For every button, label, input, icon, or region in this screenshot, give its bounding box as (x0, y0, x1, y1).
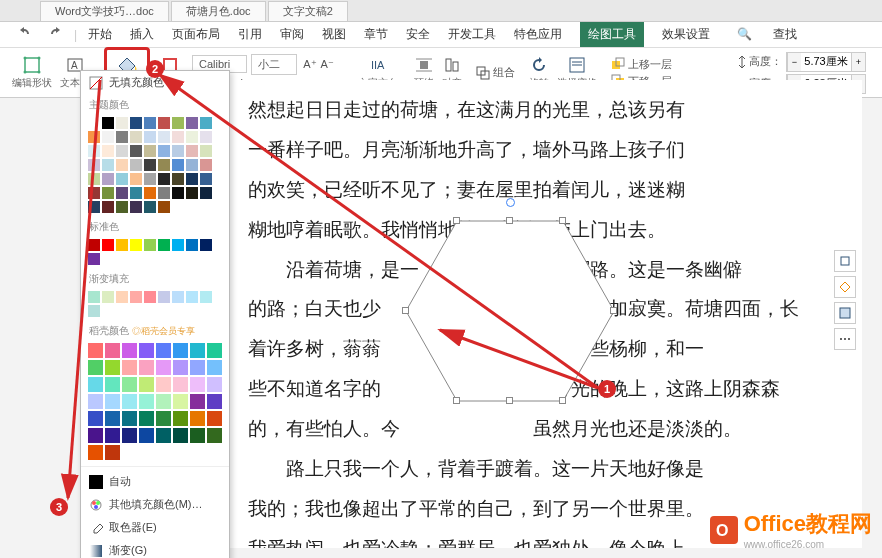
color-swatch[interactable] (173, 411, 188, 426)
auto-color-item[interactable]: 自动 (81, 470, 229, 493)
color-swatch[interactable] (116, 131, 128, 143)
doc-para[interactable]: 路上只我一个人，背着手踱着。这一片天地好像是 (248, 449, 844, 489)
color-swatch[interactable] (144, 291, 156, 303)
document-canvas[interactable]: 然想起日日走过的荷塘，在这满月的光里，总该另有 一番样子吧。月亮渐渐地升高了，墙… (230, 80, 862, 548)
layout-more-button[interactable]: ⋯ (834, 328, 856, 350)
color-swatch[interactable] (190, 411, 205, 426)
color-swatch[interactable] (88, 159, 100, 171)
color-swatch[interactable] (88, 173, 100, 185)
color-swatch[interactable] (122, 360, 137, 375)
color-swatch[interactable] (186, 187, 198, 199)
color-swatch[interactable] (102, 173, 114, 185)
color-swatch[interactable] (88, 239, 100, 251)
color-swatch[interactable] (200, 173, 212, 185)
ribbon-tab-view[interactable]: 视图 (322, 26, 346, 43)
color-swatch[interactable] (102, 187, 114, 199)
color-swatch[interactable] (144, 239, 156, 251)
hexagon-shape[interactable] (405, 220, 615, 402)
color-swatch[interactable] (156, 343, 171, 358)
color-swatch[interactable] (116, 201, 128, 213)
color-swatch[interactable] (158, 239, 170, 251)
color-swatch[interactable] (156, 411, 171, 426)
color-swatch[interactable] (122, 343, 137, 358)
color-swatch[interactable] (88, 445, 103, 460)
color-swatch[interactable] (200, 239, 212, 251)
resize-handle[interactable] (506, 397, 513, 404)
color-swatch[interactable] (172, 117, 184, 129)
height-plus[interactable]: + (851, 53, 865, 71)
resize-handle[interactable] (610, 307, 617, 314)
color-swatch[interactable] (144, 159, 156, 171)
color-swatch[interactable] (88, 305, 100, 317)
ribbon-tab-security[interactable]: 安全 (406, 26, 430, 43)
color-swatch[interactable] (88, 187, 100, 199)
doc-para[interactable]: 的欢笑，已经听不见了；妻在屋里拍着闰儿，迷迷糊 (248, 170, 844, 210)
color-swatch[interactable] (200, 291, 212, 303)
color-swatch[interactable] (139, 411, 154, 426)
height-minus[interactable]: − (787, 53, 801, 71)
color-swatch[interactable] (105, 377, 120, 392)
color-swatch[interactable] (130, 201, 142, 213)
color-swatch[interactable] (158, 131, 170, 143)
ribbon-tab-dev[interactable]: 开发工具 (448, 26, 496, 43)
color-swatch[interactable] (105, 428, 120, 443)
ribbon-tab-layout[interactable]: 页面布局 (172, 26, 220, 43)
color-swatch[interactable] (172, 173, 184, 185)
color-swatch[interactable] (158, 187, 170, 199)
rotate-handle[interactable] (506, 198, 515, 207)
color-swatch[interactable] (116, 117, 128, 129)
resize-handle[interactable] (559, 397, 566, 404)
ribbon-tab-sections[interactable]: 章节 (364, 26, 388, 43)
color-swatch[interactable] (116, 173, 128, 185)
color-swatch[interactable] (122, 394, 137, 409)
color-swatch[interactable] (172, 187, 184, 199)
color-swatch[interactable] (207, 343, 222, 358)
color-swatch[interactable] (88, 131, 100, 143)
color-swatch[interactable] (207, 360, 222, 375)
ribbon-tab-review[interactable]: 审阅 (280, 26, 304, 43)
undo-icon[interactable] (17, 26, 31, 43)
ribbon-tab-home[interactable]: 开始 (88, 26, 112, 43)
color-swatch[interactable] (200, 159, 212, 171)
layout-option-button[interactable] (834, 250, 856, 272)
color-swatch[interactable] (190, 428, 205, 443)
color-swatch[interactable] (88, 343, 103, 358)
color-swatch[interactable] (172, 145, 184, 157)
color-swatch[interactable] (156, 360, 171, 375)
color-swatch[interactable] (130, 187, 142, 199)
shrink-font-icon[interactable]: A⁻ (321, 58, 334, 71)
color-swatch[interactable] (144, 201, 156, 213)
color-swatch[interactable] (130, 173, 142, 185)
group-button[interactable]: 组合 (476, 65, 515, 80)
color-swatch[interactable] (139, 394, 154, 409)
color-swatch[interactable] (102, 159, 114, 171)
color-swatch[interactable] (130, 117, 142, 129)
color-swatch[interactable] (116, 239, 128, 251)
color-swatch[interactable] (130, 291, 142, 303)
color-swatch[interactable] (200, 187, 212, 199)
doc-para[interactable]: 的，有些怕人。今 虽然月光也还是淡淡的。 (248, 409, 844, 449)
color-swatch[interactable] (156, 394, 171, 409)
color-swatch[interactable] (88, 360, 103, 375)
color-swatch[interactable] (186, 159, 198, 171)
color-swatch[interactable] (207, 394, 222, 409)
color-swatch[interactable] (186, 117, 198, 129)
color-swatch[interactable] (190, 394, 205, 409)
color-swatch[interactable] (207, 411, 222, 426)
color-swatch[interactable] (158, 117, 170, 129)
color-swatch[interactable] (122, 377, 137, 392)
doc-tab-2[interactable]: 荷塘月色.doc (171, 1, 266, 21)
color-swatch[interactable] (105, 360, 120, 375)
color-swatch[interactable] (172, 159, 184, 171)
layout-option-button[interactable] (834, 276, 856, 298)
color-swatch[interactable] (158, 291, 170, 303)
color-swatch[interactable] (144, 173, 156, 185)
color-swatch[interactable] (158, 159, 170, 171)
find-command[interactable]: 🔍 查找 (728, 26, 806, 43)
color-swatch[interactable] (186, 239, 198, 251)
layout-option-button[interactable] (834, 302, 856, 324)
color-swatch[interactable] (190, 343, 205, 358)
color-swatch[interactable] (116, 159, 128, 171)
doc-tab-1[interactable]: Word文学技巧…doc (40, 1, 169, 21)
more-colors-item[interactable]: 其他填充颜色(M)… (81, 493, 229, 516)
